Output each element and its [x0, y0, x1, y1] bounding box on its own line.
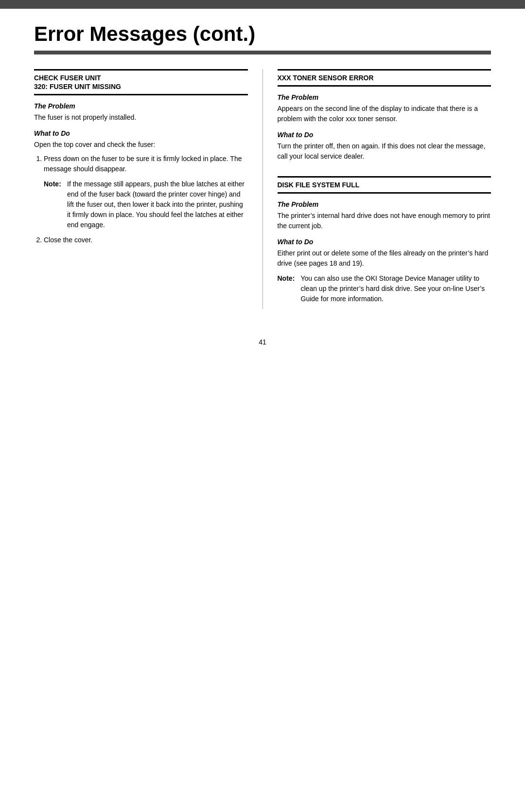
note-text: If the message still appears, push the b…: [67, 179, 248, 230]
disk-note-label: Note:: [278, 273, 301, 304]
right-problem2-label: The Problem: [278, 200, 491, 208]
top-bar: [0, 0, 525, 9]
left-column: CHECK FUSER UNIT 320: FUSER UNIT MISSING…: [34, 69, 263, 309]
disk-section-header: DISK FILE SYSTEM FULL: [278, 176, 491, 194]
check-fuser-title-line2: 320: FUSER UNIT MISSING: [34, 82, 248, 91]
right-what-to-do1-label: What to Do: [278, 131, 491, 139]
left-what-to-do-label: What to Do: [34, 129, 248, 137]
right-problem2-text: The printer’s internal hard drive does n…: [278, 211, 491, 231]
step-2: Close the cover.: [44, 235, 248, 245]
left-problem-label: The Problem: [34, 102, 248, 110]
disk-title: DISK FILE SYSTEM FULL: [278, 180, 491, 189]
disk-note-block: Note: You can also use the OKI Storage D…: [278, 273, 491, 304]
right-what-to-do1-text: Turn the printer off, then on again. If …: [278, 141, 491, 162]
steps-list: Press down on the fuser to be sure it is…: [34, 154, 248, 245]
check-fuser-section-header: CHECK FUSER UNIT 320: FUSER UNIT MISSING: [34, 69, 248, 95]
xxx-toner-title: XXX TONER SENSOR ERROR: [278, 73, 491, 82]
page-number: 41: [0, 328, 525, 361]
disk-section: DISK FILE SYSTEM FULL The Problem The pr…: [278, 176, 491, 304]
disk-note-text: You can also use the OKI Storage Device …: [301, 273, 491, 304]
two-columns: CHECK FUSER UNIT 320: FUSER UNIT MISSING…: [0, 69, 525, 309]
right-what-to-do2-text: Either print out or delete some of the f…: [278, 248, 491, 269]
xxx-toner-section-header: XXX TONER SENSOR ERROR: [278, 69, 491, 87]
left-problem-text: The fuser is not properly installed.: [34, 112, 248, 123]
step-1: Press down on the fuser to be sure it is…: [44, 154, 248, 230]
right-column: XXX TONER SENSOR ERROR The Problem Appea…: [263, 69, 491, 309]
note-label: Note:: [44, 179, 67, 230]
page: Error Messages (cont.) CHECK FUSER UNIT …: [0, 0, 525, 812]
title-bar: [34, 51, 491, 54]
left-what-to-do-intro: Open the top cover and check the fuser:: [34, 140, 248, 150]
right-what-to-do2-label: What to Do: [278, 238, 491, 246]
right-problem1-label: The Problem: [278, 93, 491, 101]
page-title: Error Messages (cont.): [34, 22, 491, 46]
right-problem1-text: Appears on the second line of the displa…: [278, 104, 491, 124]
header-section: Error Messages (cont.): [0, 9, 525, 54]
check-fuser-title-line1: CHECK FUSER UNIT: [34, 73, 248, 82]
note-block: Note: If the message still appears, push…: [44, 179, 248, 230]
